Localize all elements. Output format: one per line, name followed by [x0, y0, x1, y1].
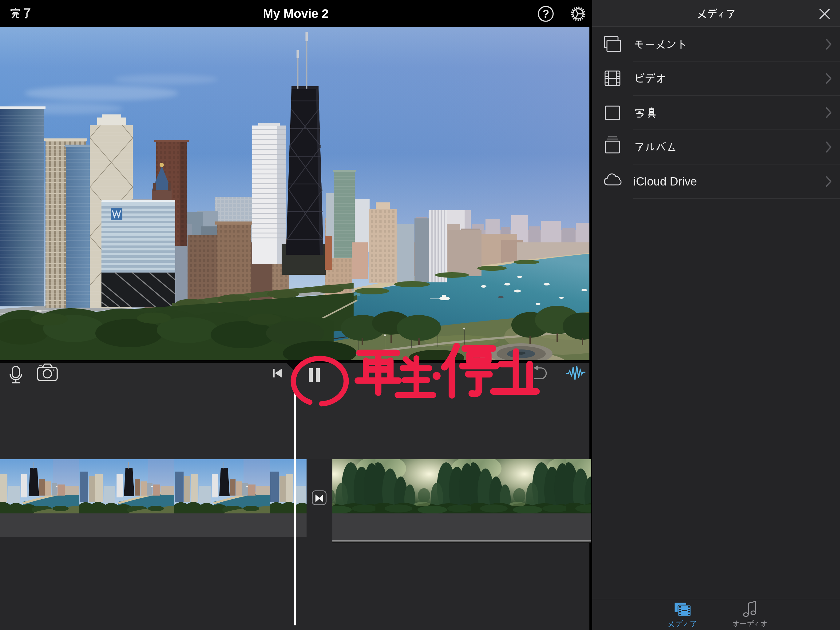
svg-text:?: ? — [542, 8, 549, 20]
svg-text:My Movie 2: My Movie 2 — [263, 7, 328, 20]
svg-text:iCloud Drive: iCloud Drive — [633, 175, 697, 188]
